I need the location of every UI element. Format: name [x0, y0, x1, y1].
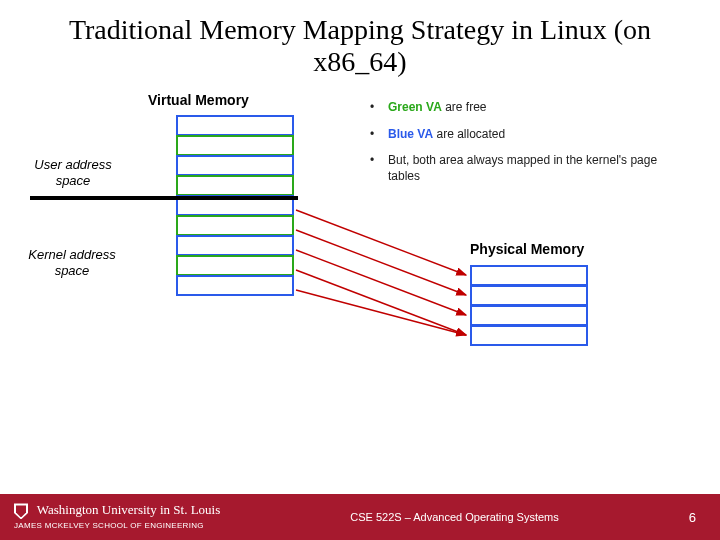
pm-row: [470, 325, 588, 346]
legend-bullets: Green VA are freeBlue VA are allocatedBu…: [370, 99, 680, 194]
vm-row: [176, 135, 294, 156]
svg-line-1: [296, 230, 466, 295]
vm-row: [176, 115, 294, 136]
footer-bar: Washington University in St. Louis JAMES…: [0, 494, 720, 540]
user-kernel-divider: [30, 196, 298, 200]
slide-title: Traditional Memory Mapping Strategy in L…: [0, 0, 720, 84]
pm-row: [470, 305, 588, 326]
footer-branding: Washington University in St. Louis JAMES…: [0, 503, 220, 531]
page-number: 6: [689, 510, 720, 525]
kernel-address-space-label: Kernel address space: [12, 247, 132, 278]
diagram-area: Virtual Memory User address space Kernel…: [0, 84, 720, 464]
vm-row: [176, 255, 294, 276]
virtual-memory-stack: [176, 116, 294, 296]
svg-line-2: [296, 250, 466, 315]
user-address-space-label: User address space: [18, 157, 128, 188]
school-name: JAMES MCKELVEY SCHOOL OF ENGINEERING: [14, 521, 204, 530]
bullet-item: But, both area always mapped in the kern…: [370, 152, 680, 184]
bullet-item: Blue VA are allocated: [370, 126, 680, 142]
svg-line-0: [296, 210, 466, 275]
physical-memory-label: Physical Memory: [470, 241, 584, 257]
shield-icon: [14, 503, 28, 519]
vm-row: [176, 175, 294, 196]
svg-line-4: [296, 290, 466, 335]
university-name: Washington University in St. Louis: [37, 502, 220, 517]
vm-row: [176, 215, 294, 236]
vm-row: [176, 275, 294, 296]
physical-memory-stack: [470, 266, 588, 346]
svg-line-3: [296, 270, 466, 335]
pm-row: [470, 285, 588, 306]
vm-row: [176, 155, 294, 176]
bullet-item: Green VA are free: [370, 99, 680, 115]
pm-row: [470, 265, 588, 286]
vm-row: [176, 235, 294, 256]
course-label: CSE 522S – Advanced Operating Systems: [220, 511, 689, 523]
virtual-memory-label: Virtual Memory: [148, 92, 249, 108]
